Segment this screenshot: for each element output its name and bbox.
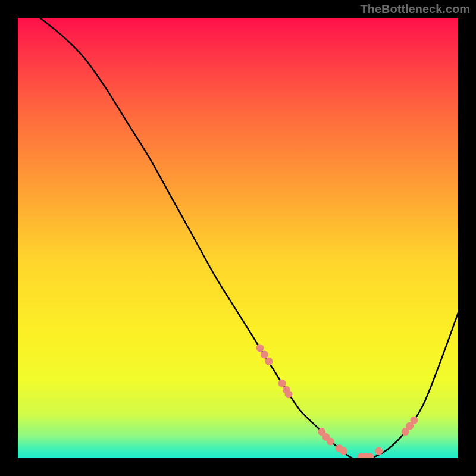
chart-marker bbox=[265, 358, 273, 365]
chart-marker bbox=[278, 380, 286, 387]
chart-marker bbox=[285, 390, 293, 398]
chart-marker bbox=[256, 345, 264, 352]
chart-marker bbox=[327, 437, 334, 445]
chart-marker bbox=[375, 447, 383, 455]
chart-svg bbox=[18, 18, 458, 458]
chart-marker bbox=[261, 351, 268, 359]
chart-marker bbox=[411, 416, 418, 424]
marker-group bbox=[256, 345, 418, 459]
chart-marker bbox=[340, 447, 347, 455]
bottleneck-curve-path bbox=[40, 18, 458, 458]
watermark-text: TheBottleneck.com bbox=[361, 2, 470, 16]
chart-plot-area bbox=[18, 18, 458, 458]
